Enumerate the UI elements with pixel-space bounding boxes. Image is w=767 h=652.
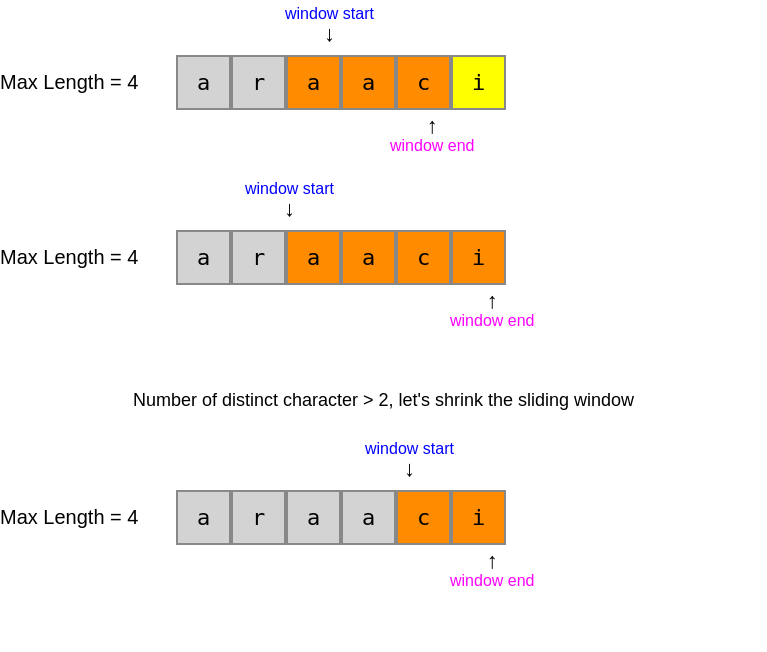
window-end-label-1: window end bbox=[390, 137, 475, 154]
arrow-down-start-2: ↓ bbox=[245, 198, 334, 220]
cell-2-5: i bbox=[451, 230, 506, 285]
cell-2-1: r bbox=[231, 230, 286, 285]
cell-1-2: a bbox=[286, 55, 341, 110]
cell-1-4: c bbox=[396, 55, 451, 110]
cell-3-3: a bbox=[341, 490, 396, 545]
cell-row-3: a r a a c i bbox=[176, 490, 506, 545]
cell-1-3: a bbox=[341, 55, 396, 110]
arrow-up-end-3: ↑ bbox=[450, 550, 535, 572]
cell-2-4: c bbox=[396, 230, 451, 285]
cell-1-5: i bbox=[451, 55, 506, 110]
max-length-label-1: Max Length = 4 bbox=[0, 71, 160, 94]
window-start-label-3: window start bbox=[365, 440, 454, 457]
window-end-label-3: window end bbox=[450, 572, 535, 589]
cell-1-1: r bbox=[231, 55, 286, 110]
cell-row-2: a r a a c i bbox=[176, 230, 506, 285]
info-text: Number of distinct character > 2, let's … bbox=[0, 390, 767, 411]
cell-3-5: i bbox=[451, 490, 506, 545]
cell-2-3: a bbox=[341, 230, 396, 285]
arrow-up-end-1: ↑ bbox=[390, 115, 475, 137]
cell-1-0: a bbox=[176, 55, 231, 110]
cell-2-0: a bbox=[176, 230, 231, 285]
window-start-label-1: window start bbox=[285, 5, 374, 22]
max-length-label-3: Max Length = 4 bbox=[0, 506, 160, 529]
window-end-label-2: window end bbox=[450, 312, 535, 329]
arrow-up-end-2: ↑ bbox=[450, 290, 535, 312]
cell-3-2: a bbox=[286, 490, 341, 545]
cell-row-1: a r a a c i bbox=[176, 55, 506, 110]
cell-3-4: c bbox=[396, 490, 451, 545]
arrow-down-start-3: ↓ bbox=[365, 458, 454, 480]
arrow-down-start-1: ↓ bbox=[285, 23, 374, 45]
cell-2-2: a bbox=[286, 230, 341, 285]
cell-3-1: r bbox=[231, 490, 286, 545]
window-start-label-2: window start bbox=[245, 180, 334, 197]
max-length-label-2: Max Length = 4 bbox=[0, 246, 160, 269]
cell-3-0: a bbox=[176, 490, 231, 545]
